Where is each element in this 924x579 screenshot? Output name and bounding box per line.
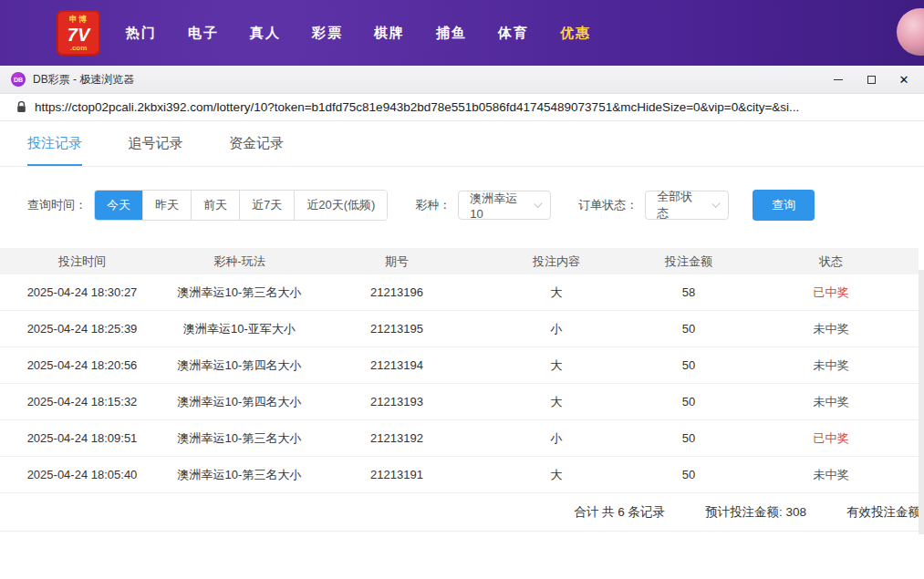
maximize-button[interactable] [855, 66, 888, 94]
table-header: 投注时间 彩种-玩法 期号 投注内容 投注金额 状态 [0, 248, 919, 274]
bet-time: 2025-04-24 18:25:39 [0, 322, 164, 336]
issue: 21213196 [315, 285, 479, 299]
tab-bet-records[interactable]: 投注记录 [27, 135, 82, 166]
table-row: 2025-04-24 18:25:39 澳洲幸运10-亚军大小 21213195… [0, 311, 919, 347]
issue: 21213191 [315, 468, 479, 481]
col-game-play: 彩种-玩法 [164, 253, 315, 270]
scrollbar[interactable] [919, 270, 924, 534]
nav-item-live[interactable]: 真人 [250, 25, 281, 42]
filter-bar: 查询时间： 今天 昨天 前天 近7天 近20天(低频) 彩种： 澳洲幸运10 订… [27, 190, 924, 221]
table-row: 2025-04-24 18:05:40 澳洲幸运10-第三名大小 2121319… [0, 457, 919, 493]
main-nav: 热门 电子 真人 彩票 棋牌 捕鱼 体育 优惠 [126, 25, 591, 42]
window-title: DB彩票 - 极速浏览器 [33, 72, 134, 88]
issue: 21213195 [315, 322, 479, 336]
bet-amount: 50 [634, 358, 743, 372]
browser-app-icon: DB [11, 72, 26, 87]
close-button[interactable]: ✕ [888, 66, 920, 94]
browser-titlebar: DB DB彩票 - 极速浏览器 ✕ [0, 66, 924, 94]
maximize-icon [867, 76, 876, 84]
game-play: 澳洲幸运10-第三名大小 [164, 430, 315, 447]
issue: 21213192 [315, 431, 479, 445]
order-status-select[interactable]: 全部状态 [645, 191, 729, 220]
bet-time: 2025-04-24 18:20:56 [0, 358, 164, 372]
chevron-down-icon [535, 199, 543, 207]
nav-item-hot[interactable]: 热门 [126, 25, 157, 42]
table-row: 2025-04-24 18:20:56 澳洲幸运10-第四名大小 2121319… [0, 347, 919, 384]
avatar[interactable] [897, 8, 924, 56]
time-option-daybefore[interactable]: 前天 [191, 191, 239, 220]
col-bet-time: 投注时间 [0, 253, 164, 270]
nav-item-promo[interactable]: 优惠 [560, 25, 591, 42]
bet-content: 大 [479, 394, 634, 410]
tab-fund-records[interactable]: 资金记录 [229, 135, 284, 164]
lottery-type-label: 彩种： [415, 197, 451, 213]
nav-item-slots[interactable]: 电子 [188, 25, 219, 42]
address-bar[interactable]: https://ctop02pcali.2kbxi392.com/lottery… [0, 94, 924, 121]
bet-content: 小 [479, 321, 634, 337]
query-time-label: 查询时间： [27, 197, 87, 213]
nav-item-fishing[interactable]: 捕鱼 [436, 25, 467, 42]
order-status-label: 订单状态： [578, 197, 638, 213]
issue: 21213193 [315, 395, 479, 408]
record-tabs: 投注记录 追号记录 资金记录 [0, 121, 924, 167]
site-topbar: 申博 7V .com 热门 电子 真人 彩票 棋牌 捕鱼 体育 优惠 [0, 0, 924, 66]
bet-time: 2025-04-24 18:09:51 [0, 431, 164, 445]
bet-content: 大 [479, 284, 634, 301]
game-play: 澳洲幸运10-第三名大小 [164, 284, 315, 301]
bet-time: 2025-04-24 18:30:27 [0, 285, 164, 299]
bet-content: 大 [479, 357, 634, 374]
status-badge: 未中奖 [743, 467, 919, 483]
table-row: 2025-04-24 18:09:51 澳洲幸运10-第三名大小 2121319… [0, 420, 919, 457]
logo-text-bottom: .com [70, 44, 88, 52]
status-badge: 未中奖 [743, 394, 919, 410]
lottery-type-value: 澳洲幸运10 [470, 191, 523, 221]
summary-total-count: 合计 共 6 条记录 [574, 504, 665, 521]
lottery-type-select[interactable]: 澳洲幸运10 [458, 191, 551, 220]
bet-content: 小 [479, 430, 634, 447]
time-option-yesterday[interactable]: 昨天 [142, 191, 191, 220]
status-badge: 已中奖 [743, 430, 919, 447]
table-row: 2025-04-24 18:30:27 澳洲幸运10-第三名大小 2121319… [0, 274, 919, 311]
issue: 21213194 [315, 358, 479, 372]
window-controls: ✕ [822, 66, 920, 94]
game-play: 澳洲幸运10-第四名大小 [164, 394, 315, 410]
time-option-20days[interactable]: 近20天(低频) [294, 191, 387, 220]
bet-amount: 58 [634, 285, 743, 299]
tab-chase-records[interactable]: 追号记录 [128, 135, 182, 164]
status-badge: 未中奖 [743, 321, 919, 337]
nav-item-lottery[interactable]: 彩票 [312, 25, 343, 42]
site-logo[interactable]: 申博 7V .com [57, 10, 100, 56]
col-bet-content: 投注内容 [479, 253, 634, 270]
minimize-button[interactable] [822, 66, 855, 94]
status-badge: 已中奖 [743, 284, 919, 301]
minimize-icon [834, 79, 843, 81]
summary-bar: 合计 共 6 条记录 预计投注金额: 308 有效投注金额 [0, 493, 924, 532]
game-play: 澳洲幸运10-第四名大小 [164, 357, 315, 374]
bet-amount: 50 [634, 322, 743, 336]
lottery-record-page: 投注记录 追号记录 资金记录 查询时间： 今天 昨天 前天 近7天 近20天(低… [0, 121, 924, 579]
status-badge: 未中奖 [743, 357, 919, 374]
close-icon: ✕ [899, 74, 909, 86]
bet-content: 大 [479, 467, 634, 483]
bet-records-table: 投注时间 彩种-玩法 期号 投注内容 投注金额 状态 2025-04-24 18… [0, 248, 919, 493]
game-play: 澳洲幸运10-第三名大小 [164, 467, 315, 483]
order-status-value: 全部状态 [657, 189, 701, 222]
game-play: 澳洲幸运10-亚军大小 [164, 321, 315, 337]
summary-expected-amount: 预计投注金额: 308 [705, 504, 806, 521]
nav-item-sports[interactable]: 体育 [498, 25, 529, 42]
time-option-7days[interactable]: 近7天 [239, 191, 294, 220]
bet-time: 2025-04-24 18:15:32 [0, 395, 164, 408]
col-issue: 期号 [315, 253, 479, 270]
bet-amount: 50 [634, 468, 743, 481]
bet-amount: 50 [634, 395, 743, 408]
nav-item-cards[interactable]: 棋牌 [374, 25, 405, 42]
logo-text-main: 7V [67, 26, 89, 44]
table-row: 2025-04-24 18:15:32 澳洲幸运10-第四名大小 2121319… [0, 384, 919, 420]
time-option-today[interactable]: 今天 [95, 191, 142, 220]
url-text: https://ctop02pcali.2kbxi392.com/lottery… [35, 100, 910, 114]
lock-icon[interactable] [16, 101, 26, 113]
bet-amount: 50 [634, 431, 743, 445]
query-button[interactable]: 查询 [753, 190, 815, 221]
col-status: 状态 [743, 253, 919, 270]
col-bet-amount: 投注金额 [634, 253, 743, 270]
